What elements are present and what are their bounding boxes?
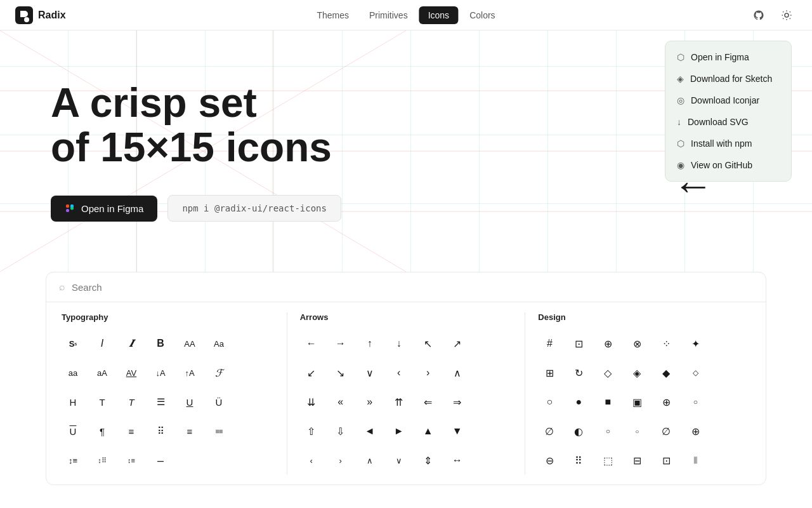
icon-cell[interactable]: ∧ [356, 446, 384, 474]
icon-cell[interactable]: ► [385, 417, 413, 445]
icon-cell[interactable]: ↻ [565, 359, 593, 387]
icon-cell[interactable] [176, 446, 204, 474]
icon-cell[interactable]: ○ [535, 388, 563, 416]
icon-cell[interactable]: ☰ [147, 388, 174, 416]
dropdown-sketch[interactable]: ◈ Download for Sketch [665, 68, 791, 90]
nav-colors[interactable]: Colors [461, 6, 504, 24]
icon-cell[interactable]: Aa [205, 330, 233, 358]
icon-cell[interactable]: ⇊ [298, 388, 325, 416]
icon-cell[interactable]: T [88, 388, 116, 416]
icon-cell[interactable]: ⠿ [147, 417, 174, 445]
icon-cell[interactable]: ≡ [117, 417, 145, 445]
icon-cell[interactable]: ⊕ [681, 417, 709, 445]
nav-icons[interactable]: Icons [419, 6, 458, 24]
icon-cell[interactable]: ∅ [535, 417, 563, 445]
logo[interactable]: Radix [15, 6, 66, 24]
icon-cell[interactable]: ⊕ [594, 330, 622, 358]
icon-cell[interactable]: AV [117, 359, 145, 387]
icon-cell[interactable]: « [327, 388, 355, 416]
github-nav-button[interactable] [749, 5, 769, 25]
icon-cell[interactable]: I [88, 330, 116, 358]
icon-cell[interactable]: ⊡ [565, 330, 593, 358]
icon-cell[interactable]: aA [88, 359, 116, 387]
nav-primitives[interactable]: Primitives [360, 6, 417, 24]
icon-cell[interactable]: T [117, 388, 145, 416]
icon-cell[interactable]: ⁘ [652, 330, 680, 358]
theme-toggle-button[interactable] [776, 5, 797, 25]
dropdown-iconjar[interactable]: ◎ Download Iconjar [665, 90, 791, 111]
icon-cell[interactable]: ↗ [443, 330, 471, 358]
icon-cell[interactable]: ⇩ [327, 417, 355, 445]
icon-cell[interactable]: ⠿ [565, 446, 593, 474]
icon-cell[interactable]: H [59, 388, 87, 416]
icon-cell[interactable]: ✦ [681, 330, 709, 358]
icon-cell[interactable]: ∨ [385, 446, 413, 474]
dropdown-open-figma[interactable]: ⬡ Open in Figma [665, 46, 791, 68]
icon-cell[interactable]: ○ [681, 388, 709, 416]
icon-cell[interactable]: ◇ [681, 359, 709, 387]
icon-cell[interactable]: ¶ [88, 417, 116, 445]
icon-cell[interactable]: ○ [594, 417, 622, 445]
icon-cell[interactable]: ↖ [414, 330, 442, 358]
icon-cell[interactable]: ▼ [443, 417, 471, 445]
icon-cell[interactable] [205, 446, 233, 474]
icon-cell[interactable]: » [356, 388, 384, 416]
icon-cell[interactable]: B [147, 330, 174, 358]
icon-cell[interactable]: U [176, 388, 204, 416]
search-input[interactable] [72, 282, 753, 293]
icon-cell[interactable]: – [147, 446, 174, 474]
icon-cell[interactable]: # [535, 330, 563, 358]
icon-cell[interactable]: ↓ [385, 330, 413, 358]
icon-cell[interactable]: ↙ [298, 359, 325, 387]
icon-cell[interactable]: ← [298, 330, 325, 358]
icon-cell[interactable]: ◐ [565, 417, 593, 445]
icon-cell[interactable]: ⊕ [652, 388, 680, 416]
icon-cell[interactable]: Ss [59, 330, 87, 358]
dropdown-svg[interactable]: ↓ Download SVG [665, 111, 791, 133]
icon-cell[interactable]: ∨ [356, 359, 384, 387]
icon-cell[interactable]: ↘ [327, 359, 355, 387]
icon-cell[interactable]: ‹ [385, 359, 413, 387]
icon-cell[interactable]: ⇐ [414, 388, 442, 416]
icon-cell[interactable]: ◈ [623, 359, 651, 387]
icon-cell[interactable]: › [327, 446, 355, 474]
icon-cell[interactable]: 𝑰 [117, 330, 145, 358]
icon-cell[interactable]: ⊖ [535, 446, 563, 474]
icon-cell[interactable]: aa [59, 359, 87, 387]
icon-cell[interactable]: ⊞ [535, 359, 563, 387]
dropdown-github[interactable]: ◉ View on GitHub [665, 154, 791, 176]
icon-cell[interactable]: ■ [594, 388, 622, 416]
icon-cell[interactable]: ↑ [356, 330, 384, 358]
icon-cell[interactable]: ▲ [414, 417, 442, 445]
icon-cell[interactable]: ⊗ [623, 330, 651, 358]
icon-cell[interactable]: ⬚ [594, 446, 622, 474]
icon-cell[interactable]: ▣ [623, 388, 651, 416]
icon-cell[interactable]: Ü [205, 388, 233, 416]
icon-cell[interactable]: ∅ [652, 417, 680, 445]
icon-cell[interactable]: ≡≡ [205, 417, 233, 445]
icon-cell[interactable]: ⇒ [443, 388, 471, 416]
icon-cell[interactable]: ↕≡ [59, 446, 87, 474]
icon-cell[interactable]: ● [565, 388, 593, 416]
icon-cell[interactable]: ≡ [176, 417, 204, 445]
icon-cell[interactable]: ↑A [176, 359, 204, 387]
icon-cell[interactable]: → [327, 330, 355, 358]
npm-command[interactable]: npm i @radix-ui/react-icons [167, 195, 341, 222]
icon-cell[interactable]: › [414, 359, 442, 387]
icon-cell[interactable]: ⦀ [681, 446, 709, 474]
nav-themes[interactable]: Themes [308, 6, 358, 24]
open-figma-button[interactable]: Open in Figma [51, 196, 157, 222]
icon-cell[interactable]: ℱ [205, 359, 233, 387]
icon-cell[interactable]: ⇈ [385, 388, 413, 416]
dropdown-npm[interactable]: ⬡ Install with npm [665, 133, 791, 154]
icon-cell[interactable]: ⇧ [298, 417, 325, 445]
icon-cell[interactable]: ↓A [147, 359, 174, 387]
icon-cell[interactable]: ⊡ [652, 446, 680, 474]
icon-cell[interactable]: ⇕ [414, 446, 442, 474]
icon-cell[interactable]: ◆ [652, 359, 680, 387]
icon-cell[interactable]: ∧ [443, 359, 471, 387]
icon-cell[interactable]: ◄ [356, 417, 384, 445]
icon-cell[interactable]: ‹ [298, 446, 325, 474]
icon-cell[interactable]: ↕⠿ [88, 446, 116, 474]
icon-cell[interactable]: U [59, 417, 87, 445]
